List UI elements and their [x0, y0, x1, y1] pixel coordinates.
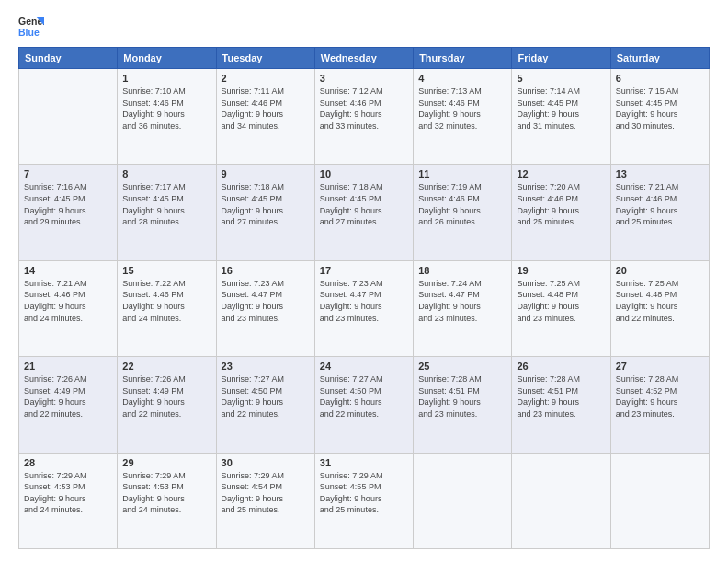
- day-info: Daylight: 9 hours: [616, 396, 704, 408]
- day-info: Daylight: 9 hours: [616, 109, 704, 121]
- calendar-cell: 12Sunrise: 7:20 AMSunset: 4:46 PMDayligh…: [512, 165, 610, 260]
- calendar-cell: 29Sunrise: 7:29 AMSunset: 4:53 PMDayligh…: [118, 453, 216, 548]
- day-number: 9: [222, 168, 310, 179]
- day-info: Sunset: 4:45 PM: [517, 98, 605, 109]
- day-number: 17: [320, 265, 408, 276]
- day-info: Daylight: 9 hours: [122, 301, 210, 313]
- calendar-cell: 9Sunrise: 7:18 AMSunset: 4:45 PMDaylight…: [216, 165, 314, 260]
- day-info: Daylight: 9 hours: [222, 109, 310, 121]
- day-info: Sunrise: 7:28 AM: [418, 373, 506, 385]
- calendar-cell: 26Sunrise: 7:28 AMSunset: 4:51 PMDayligh…: [512, 357, 610, 453]
- calendar-cell: 3Sunrise: 7:12 AMSunset: 4:46 PMDaylight…: [314, 69, 413, 165]
- calendar-cell: 20Sunrise: 7:25 AMSunset: 4:48 PMDayligh…: [610, 260, 709, 356]
- day-info: Sunrise: 7:29 AM: [320, 470, 408, 482]
- calendar-body: 1Sunrise: 7:10 AMSunset: 4:46 PMDaylight…: [19, 69, 710, 549]
- day-info: and 33 minutes.: [320, 121, 408, 132]
- day-info: Sunset: 4:51 PM: [418, 385, 506, 397]
- calendar-cell: [414, 453, 512, 548]
- calendar-header: SundayMondayTuesdayWednesdayThursdayFrid…: [19, 48, 710, 69]
- calendar-cell: 18Sunrise: 7:24 AMSunset: 4:47 PMDayligh…: [414, 260, 512, 356]
- day-info: Daylight: 9 hours: [616, 205, 704, 217]
- day-info: Daylight: 9 hours: [418, 109, 506, 121]
- day-info: Sunset: 4:47 PM: [222, 289, 310, 301]
- day-number: 5: [517, 73, 605, 84]
- day-info: Sunrise: 7:26 AM: [122, 373, 210, 385]
- header-cell-sunday: Sunday: [19, 48, 118, 69]
- day-info: and 30 minutes.: [616, 121, 704, 132]
- calendar-cell: 28Sunrise: 7:29 AMSunset: 4:53 PMDayligh…: [19, 453, 118, 548]
- calendar-cell: 14Sunrise: 7:21 AMSunset: 4:46 PMDayligh…: [19, 260, 118, 356]
- day-info: Sunset: 4:49 PM: [24, 385, 112, 397]
- page: General Blue SundayMondayTuesdayWednesda…: [0, 0, 728, 563]
- calendar-cell: 25Sunrise: 7:28 AMSunset: 4:51 PMDayligh…: [414, 357, 512, 453]
- day-number: 14: [24, 265, 112, 276]
- day-info: Sunrise: 7:21 AM: [24, 278, 112, 290]
- day-number: 15: [122, 265, 210, 276]
- day-number: 11: [418, 168, 506, 179]
- day-info: and 22 minutes.: [222, 408, 310, 420]
- calendar-cell: 19Sunrise: 7:25 AMSunset: 4:48 PMDayligh…: [512, 260, 610, 356]
- day-info: Daylight: 9 hours: [222, 301, 310, 313]
- calendar-cell: 31Sunrise: 7:29 AMSunset: 4:55 PMDayligh…: [314, 453, 413, 548]
- day-info: Sunrise: 7:25 AM: [616, 278, 704, 290]
- day-info: Daylight: 9 hours: [24, 396, 112, 408]
- day-info: Daylight: 9 hours: [320, 493, 408, 505]
- day-info: Daylight: 9 hours: [222, 205, 310, 217]
- day-info: Sunset: 4:46 PM: [418, 193, 506, 205]
- day-info: and 23 minutes.: [418, 408, 506, 420]
- day-info: Sunrise: 7:26 AM: [24, 373, 112, 385]
- day-info: Sunrise: 7:22 AM: [122, 278, 210, 290]
- day-info: Sunset: 4:48 PM: [616, 289, 704, 301]
- header-cell-friday: Friday: [512, 48, 610, 69]
- day-info: Sunrise: 7:19 AM: [418, 181, 506, 193]
- day-info: and 22 minutes.: [24, 408, 112, 420]
- logo: General Blue: [18, 14, 44, 40]
- day-info: Daylight: 9 hours: [320, 109, 408, 121]
- day-number: 4: [418, 73, 506, 84]
- day-number: 25: [418, 361, 506, 372]
- day-number: 20: [616, 265, 704, 276]
- day-info: Sunset: 4:53 PM: [122, 481, 210, 493]
- day-info: and 23 minutes.: [222, 313, 310, 325]
- day-info: Sunrise: 7:14 AM: [517, 86, 605, 98]
- day-info: Sunset: 4:51 PM: [517, 385, 605, 397]
- day-info: Sunset: 4:46 PM: [517, 193, 605, 205]
- week-row-4: 28Sunrise: 7:29 AMSunset: 4:53 PMDayligh…: [19, 453, 710, 548]
- day-info: and 23 minutes.: [418, 313, 506, 325]
- calendar-cell: 5Sunrise: 7:14 AMSunset: 4:45 PMDaylight…: [512, 69, 610, 165]
- day-info: Daylight: 9 hours: [517, 205, 605, 217]
- day-info: Daylight: 9 hours: [24, 205, 112, 217]
- svg-text:Blue: Blue: [18, 27, 40, 38]
- day-info: Sunrise: 7:23 AM: [320, 278, 408, 290]
- day-info: and 25 minutes.: [320, 504, 408, 516]
- day-number: 16: [222, 265, 310, 276]
- day-info: Daylight: 9 hours: [320, 205, 408, 217]
- day-info: Sunrise: 7:18 AM: [320, 181, 408, 193]
- calendar-table: SundayMondayTuesdayWednesdayThursdayFrid…: [18, 47, 710, 549]
- day-info: Sunrise: 7:24 AM: [418, 278, 506, 290]
- calendar-cell: [512, 453, 610, 548]
- day-info: and 34 minutes.: [222, 121, 310, 132]
- calendar-cell: 6Sunrise: 7:15 AMSunset: 4:45 PMDaylight…: [610, 69, 709, 165]
- day-number: 26: [517, 361, 605, 372]
- calendar-cell: 10Sunrise: 7:18 AMSunset: 4:45 PMDayligh…: [314, 165, 413, 260]
- day-info: Sunrise: 7:12 AM: [320, 86, 408, 98]
- day-info: and 24 minutes.: [122, 313, 210, 325]
- day-number: 31: [320, 457, 408, 468]
- day-info: and 24 minutes.: [122, 504, 210, 516]
- day-number: 1: [122, 73, 210, 84]
- header-cell-tuesday: Tuesday: [216, 48, 314, 69]
- day-number: 2: [222, 73, 310, 84]
- day-info: Sunset: 4:53 PM: [24, 481, 112, 493]
- calendar-cell: 7Sunrise: 7:16 AMSunset: 4:45 PMDaylight…: [19, 165, 118, 260]
- day-info: Sunrise: 7:29 AM: [24, 470, 112, 482]
- day-info: Sunset: 4:46 PM: [616, 193, 704, 205]
- day-info: Sunset: 4:46 PM: [320, 98, 408, 109]
- day-info: Sunrise: 7:21 AM: [616, 181, 704, 193]
- day-number: 10: [320, 168, 408, 179]
- calendar-cell: 21Sunrise: 7:26 AMSunset: 4:49 PMDayligh…: [19, 357, 118, 453]
- day-info: and 24 minutes.: [24, 504, 112, 516]
- day-info: Sunrise: 7:27 AM: [222, 373, 310, 385]
- week-row-2: 14Sunrise: 7:21 AMSunset: 4:46 PMDayligh…: [19, 260, 710, 356]
- day-info: Sunrise: 7:16 AM: [24, 181, 112, 193]
